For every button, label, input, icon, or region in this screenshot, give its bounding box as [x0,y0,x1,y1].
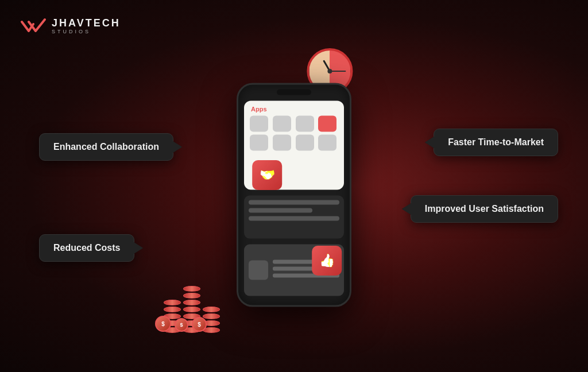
app-icon-5 [250,135,268,151]
app-icon-1 [250,116,268,132]
coin-dollar-3: $ [192,317,207,332]
logo-text: JHAVTECH STUDIOS [52,18,121,35]
logo-icon [21,16,46,37]
bubble-collaboration: Enhanced Collaboration [39,133,173,161]
bubble-costs-text: Reduced Costs [53,243,120,253]
logo-name: JHAVTECH [52,18,121,29]
thumbsup-icon: 👍 [312,246,342,276]
bubble-improved-text: Improved User Satisfaction [425,204,544,214]
text-line-3 [249,216,339,221]
logo-sub: STUDIOS [52,29,121,35]
scattered-coins: $ $ $ [155,316,207,332]
apps-label: Apps [251,106,267,113]
app-icon-8 [318,135,336,151]
bubble-faster-text: Faster Time-to-Market [448,137,544,147]
app-grid [250,116,338,151]
card-thumbnail [249,261,268,280]
phone-notch [277,90,311,95]
bubble-faster: Faster Time-to-Market [434,129,558,156]
app-icon-2 [273,116,291,132]
phone-screen-mid [244,196,344,239]
bubble-costs: Reduced Costs [39,234,134,262]
bubble-collaboration-text: Enhanced Collaboration [53,142,159,152]
handshake-icon: 🤝 [252,160,282,190]
card-line-2 [273,267,316,271]
app-icon-6 [273,135,291,151]
bubble-improved: Improved User Satisfaction [411,195,558,223]
app-icon-3 [296,116,314,132]
logo: JHAVTECH STUDIOS [21,16,121,37]
app-icon-7 [296,135,314,151]
text-line-2 [249,208,312,213]
coin-dollar-2: $ [175,318,188,332]
coin-dollar-1: $ [155,316,171,332]
app-icon-4 [318,116,336,132]
text-line-1 [249,200,339,205]
